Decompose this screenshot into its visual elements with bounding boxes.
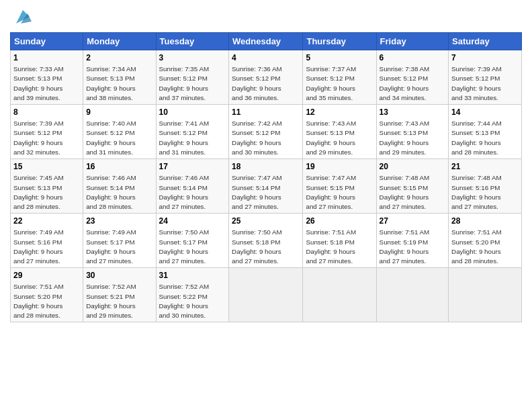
day-info: Sunrise: 7:49 AMSunset: 5:16 PMDaylight:… <box>13 228 64 265</box>
calendar-header-row: SundayMondayTuesdayWednesdayThursdayFrid… <box>11 33 522 50</box>
week-row-5: 29 Sunrise: 7:51 AMSunset: 5:20 PMDaylig… <box>11 268 522 322</box>
day-cell: 4 Sunrise: 7:36 AMSunset: 5:12 PMDayligh… <box>229 50 303 105</box>
day-cell: 2 Sunrise: 7:34 AMSunset: 5:13 PMDayligh… <box>83 50 156 105</box>
day-cell: 10 Sunrise: 7:41 AMSunset: 5:12 PMDaylig… <box>156 105 229 159</box>
day-number: 10 <box>159 107 226 118</box>
calendar-table: SundayMondayTuesdayWednesdayThursdayFrid… <box>10 32 522 322</box>
day-cell: 21 Sunrise: 7:48 AMSunset: 5:16 PMDaylig… <box>449 159 522 214</box>
day-info: Sunrise: 7:51 AMSunset: 5:20 PMDaylight:… <box>451 228 502 265</box>
day-cell: 15 Sunrise: 7:45 AMSunset: 5:13 PMDaylig… <box>11 159 83 214</box>
day-cell: 30 Sunrise: 7:52 AMSunset: 5:21 PMDaylig… <box>83 268 156 322</box>
day-cell: 25 Sunrise: 7:50 AMSunset: 5:18 PMDaylig… <box>229 214 303 268</box>
day-info: Sunrise: 7:46 AMSunset: 5:14 PMDaylight:… <box>159 174 210 210</box>
day-info: Sunrise: 7:36 AMSunset: 5:12 PMDaylight:… <box>232 65 282 101</box>
day-info: Sunrise: 7:41 AMSunset: 5:12 PMDaylight:… <box>159 120 210 156</box>
day-cell: 5 Sunrise: 7:37 AMSunset: 5:12 PMDayligh… <box>303 50 376 105</box>
day-cell: 9 Sunrise: 7:40 AMSunset: 5:12 PMDayligh… <box>83 105 156 159</box>
day-info: Sunrise: 7:50 AMSunset: 5:17 PMDaylight:… <box>159 228 210 265</box>
day-number: 24 <box>159 216 226 226</box>
day-number: 1 <box>13 52 80 63</box>
day-info: Sunrise: 7:51 AMSunset: 5:20 PMDaylight:… <box>13 283 64 319</box>
day-number: 31 <box>159 270 226 281</box>
day-cell: 1 Sunrise: 7:33 AMSunset: 5:13 PMDayligh… <box>11 50 83 105</box>
day-cell <box>303 268 376 322</box>
day-cell: 19 Sunrise: 7:47 AMSunset: 5:15 PMDaylig… <box>303 159 376 214</box>
logo-icon <box>13 7 33 27</box>
day-info: Sunrise: 7:46 AMSunset: 5:14 PMDaylight:… <box>86 174 136 210</box>
day-info: Sunrise: 7:34 AMSunset: 5:13 PMDaylight:… <box>86 65 136 101</box>
col-header-sunday: Sunday <box>11 33 83 50</box>
day-cell: 27 Sunrise: 7:51 AMSunset: 5:19 PMDaylig… <box>376 214 448 268</box>
day-cell: 8 Sunrise: 7:39 AMSunset: 5:12 PMDayligh… <box>11 105 83 159</box>
day-number: 18 <box>232 161 300 172</box>
day-info: Sunrise: 7:44 AMSunset: 5:13 PMDaylight:… <box>451 120 502 156</box>
col-header-tuesday: Tuesday <box>156 33 229 50</box>
col-header-wednesday: Wednesday <box>229 33 303 50</box>
day-cell: 17 Sunrise: 7:46 AMSunset: 5:14 PMDaylig… <box>156 159 229 214</box>
day-info: Sunrise: 7:39 AMSunset: 5:12 PMDaylight:… <box>13 120 64 156</box>
day-info: Sunrise: 7:51 AMSunset: 5:19 PMDaylight:… <box>380 228 430 265</box>
day-number: 2 <box>86 52 152 63</box>
day-cell: 3 Sunrise: 7:35 AMSunset: 5:12 PMDayligh… <box>156 50 229 105</box>
day-info: Sunrise: 7:33 AMSunset: 5:13 PMDaylight:… <box>13 65 64 101</box>
day-number: 3 <box>159 52 226 63</box>
day-number: 16 <box>86 161 152 172</box>
day-number: 5 <box>306 52 373 63</box>
day-info: Sunrise: 7:39 AMSunset: 5:12 PMDaylight:… <box>451 65 502 101</box>
day-number: 12 <box>306 107 373 118</box>
day-number: 26 <box>306 216 373 226</box>
day-info: Sunrise: 7:49 AMSunset: 5:17 PMDaylight:… <box>86 228 136 265</box>
day-number: 25 <box>232 216 300 226</box>
day-cell: 22 Sunrise: 7:49 AMSunset: 5:16 PMDaylig… <box>11 214 83 268</box>
day-info: Sunrise: 7:38 AMSunset: 5:12 PMDaylight:… <box>380 65 430 101</box>
day-info: Sunrise: 7:37 AMSunset: 5:12 PMDaylight:… <box>306 65 356 101</box>
day-cell: 20 Sunrise: 7:48 AMSunset: 5:15 PMDaylig… <box>376 159 448 214</box>
day-info: Sunrise: 7:47 AMSunset: 5:15 PMDaylight:… <box>306 174 356 210</box>
day-cell: 11 Sunrise: 7:42 AMSunset: 5:12 PMDaylig… <box>229 105 303 159</box>
day-cell: 16 Sunrise: 7:46 AMSunset: 5:14 PMDaylig… <box>83 159 156 214</box>
day-number: 8 <box>13 107 80 118</box>
col-header-thursday: Thursday <box>303 33 376 50</box>
day-info: Sunrise: 7:52 AMSunset: 5:22 PMDaylight:… <box>159 283 210 319</box>
day-info: Sunrise: 7:48 AMSunset: 5:15 PMDaylight:… <box>380 174 430 210</box>
day-cell: 26 Sunrise: 7:51 AMSunset: 5:18 PMDaylig… <box>303 214 376 268</box>
week-row-1: 1 Sunrise: 7:33 AMSunset: 5:13 PMDayligh… <box>11 50 522 105</box>
day-cell <box>376 268 448 322</box>
day-cell: 6 Sunrise: 7:38 AMSunset: 5:12 PMDayligh… <box>376 50 448 105</box>
day-info: Sunrise: 7:35 AMSunset: 5:12 PMDaylight:… <box>159 65 210 101</box>
day-number: 19 <box>306 161 373 172</box>
col-header-monday: Monday <box>83 33 156 50</box>
day-number: 21 <box>451 161 519 172</box>
calendar-container: SundayMondayTuesdayWednesdayThursdayFrid… <box>0 0 532 411</box>
day-cell: 28 Sunrise: 7:51 AMSunset: 5:20 PMDaylig… <box>449 214 522 268</box>
day-number: 9 <box>86 107 152 118</box>
day-info: Sunrise: 7:43 AMSunset: 5:13 PMDaylight:… <box>306 120 356 156</box>
header <box>10 7 522 27</box>
week-row-3: 15 Sunrise: 7:45 AMSunset: 5:13 PMDaylig… <box>11 159 522 214</box>
col-header-friday: Friday <box>376 33 448 50</box>
day-number: 15 <box>13 161 80 172</box>
day-number: 28 <box>451 216 519 226</box>
week-row-4: 22 Sunrise: 7:49 AMSunset: 5:16 PMDaylig… <box>11 214 522 268</box>
day-number: 4 <box>232 52 300 63</box>
day-number: 30 <box>86 270 152 281</box>
day-info: Sunrise: 7:52 AMSunset: 5:21 PMDaylight:… <box>86 283 136 319</box>
day-number: 11 <box>232 107 300 118</box>
day-info: Sunrise: 7:47 AMSunset: 5:14 PMDaylight:… <box>232 174 282 210</box>
calendar-body: 1 Sunrise: 7:33 AMSunset: 5:13 PMDayligh… <box>11 50 522 322</box>
day-number: 7 <box>451 52 519 63</box>
day-cell: 18 Sunrise: 7:47 AMSunset: 5:14 PMDaylig… <box>229 159 303 214</box>
day-cell: 14 Sunrise: 7:44 AMSunset: 5:13 PMDaylig… <box>449 105 522 159</box>
week-row-2: 8 Sunrise: 7:39 AMSunset: 5:12 PMDayligh… <box>11 105 522 159</box>
day-cell: 24 Sunrise: 7:50 AMSunset: 5:17 PMDaylig… <box>156 214 229 268</box>
day-cell: 31 Sunrise: 7:52 AMSunset: 5:22 PMDaylig… <box>156 268 229 322</box>
day-number: 17 <box>159 161 226 172</box>
day-number: 13 <box>380 107 445 118</box>
day-info: Sunrise: 7:51 AMSunset: 5:18 PMDaylight:… <box>306 228 356 265</box>
day-number: 6 <box>380 52 445 63</box>
col-header-saturday: Saturday <box>449 33 522 50</box>
day-cell: 23 Sunrise: 7:49 AMSunset: 5:17 PMDaylig… <box>83 214 156 268</box>
day-info: Sunrise: 7:40 AMSunset: 5:12 PMDaylight:… <box>86 120 136 156</box>
day-cell <box>449 268 522 322</box>
day-cell: 12 Sunrise: 7:43 AMSunset: 5:13 PMDaylig… <box>303 105 376 159</box>
